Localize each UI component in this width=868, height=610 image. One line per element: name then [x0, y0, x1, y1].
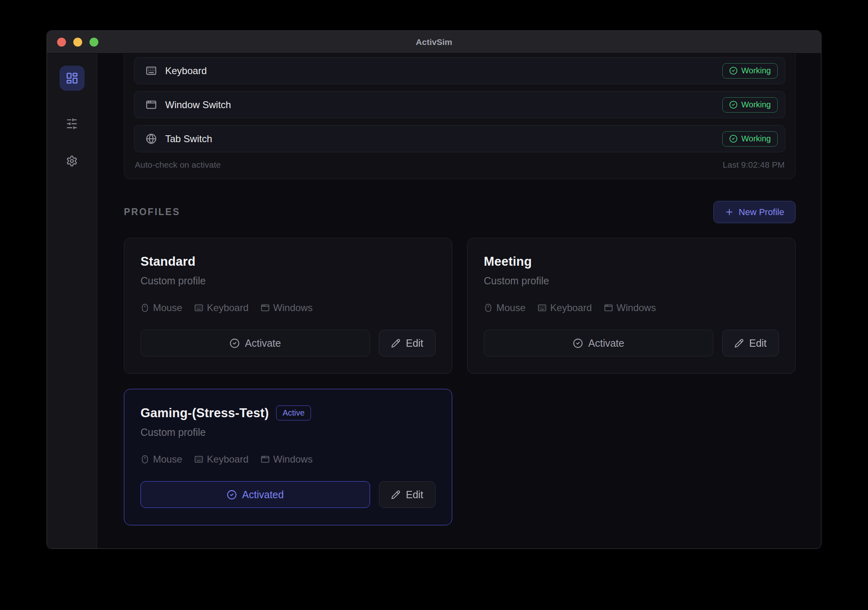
activate-button[interactable]: Activate — [484, 330, 713, 356]
feature-mouse: Mouse — [140, 302, 182, 314]
app-window-icon — [261, 303, 270, 312]
status-row-window-switch: Window Switch Working — [134, 91, 785, 118]
pencil-icon — [734, 339, 744, 348]
traffic-lights — [57, 31, 98, 53]
keyboard-icon — [538, 303, 547, 312]
app-window-icon — [146, 99, 157, 110]
feature-label: Keyboard — [550, 302, 592, 314]
keyboard-icon — [194, 303, 203, 312]
app-window-icon — [604, 303, 613, 312]
profile-actions: Activate Edit — [140, 330, 436, 356]
profile-subtitle: Custom profile — [140, 275, 436, 287]
activate-button[interactable]: Activate — [140, 330, 370, 356]
plus-icon — [725, 207, 734, 217]
feature-keyboard: Keyboard — [194, 454, 249, 465]
profile-card-standard: Standard Custom profile Mouse Keyboard — [124, 238, 452, 374]
mouse-icon — [140, 455, 149, 464]
status-badge-label: Working — [741, 66, 771, 75]
feature-label: Windows — [273, 302, 313, 314]
activated-button[interactable]: Activated — [140, 481, 370, 508]
profiles-grid: Standard Custom profile Mouse Keyboard — [124, 238, 796, 525]
profile-card-gaming-stress-test: Gaming-(Stress-Test) Active Custom profi… — [124, 389, 452, 525]
status-row-label: Tab Switch — [165, 133, 212, 145]
status-row-tab-switch: Tab Switch Working — [134, 125, 785, 152]
edit-button[interactable]: Edit — [379, 330, 436, 356]
window-title: ActivSim — [416, 37, 452, 47]
profile-actions: Activate Edit — [484, 330, 779, 356]
profile-title-row: Gaming-(Stress-Test) Active — [140, 405, 436, 420]
pencil-icon — [391, 490, 400, 499]
check-circle-icon — [573, 338, 583, 348]
last-check-timestamp: Last 9:02:48 PM — [723, 160, 785, 170]
sidebar-item-settings[interactable] — [60, 148, 85, 173]
profile-title: Meeting — [484, 254, 532, 269]
keyboard-icon — [194, 455, 203, 464]
check-circle-icon — [729, 134, 738, 143]
profile-features: Mouse Keyboard Windows — [484, 302, 779, 314]
status-row-keyboard: Keyboard Working — [134, 57, 785, 84]
check-circle-icon — [230, 338, 240, 348]
layout-dashboard-icon — [66, 72, 79, 85]
status-badge-label: Working — [741, 100, 771, 109]
desktop-background: ActivSim — [0, 0, 868, 610]
zoom-window-button[interactable] — [89, 38, 98, 47]
check-circle-icon — [729, 66, 738, 75]
status-badge: Working — [722, 97, 778, 113]
main-content: Keyboard Working Window Switch — [97, 53, 821, 548]
edit-button-label: Edit — [406, 489, 423, 501]
auto-check-note: Auto-check on activate — [135, 160, 221, 170]
new-profile-button-label: New Profile — [739, 207, 784, 218]
feature-mouse: Mouse — [484, 302, 525, 314]
minimize-window-button[interactable] — [73, 38, 82, 47]
app-window: ActivSim — [47, 30, 821, 549]
feature-windows: Windows — [261, 454, 313, 465]
profile-title-row: Standard — [140, 254, 436, 269]
edit-button[interactable]: Edit — [722, 330, 779, 356]
status-row-label: Window Switch — [165, 99, 231, 111]
feature-label: Mouse — [153, 454, 182, 465]
profile-actions: Activated Edit — [140, 481, 436, 508]
status-footer: Auto-check on activate Last 9:02:48 PM — [134, 160, 785, 170]
feature-mouse: Mouse — [140, 454, 182, 465]
profile-title: Standard — [140, 254, 196, 269]
app-window-icon — [261, 455, 270, 464]
status-badge-label: Working — [741, 134, 771, 143]
status-badge: Working — [722, 131, 778, 147]
edit-button-label: Edit — [749, 337, 766, 349]
profile-title-row: Meeting — [484, 254, 779, 269]
feature-keyboard: Keyboard — [538, 302, 592, 314]
sidebar — [47, 53, 97, 548]
status-check-card: Keyboard Working Window Switch — [124, 53, 796, 179]
titlebar[interactable]: ActivSim — [47, 31, 821, 53]
feature-keyboard: Keyboard — [194, 302, 249, 314]
gear-icon — [66, 155, 78, 167]
profile-card-meeting: Meeting Custom profile Mouse Keyboard — [467, 238, 796, 374]
status-badge: Working — [722, 63, 778, 79]
feature-windows: Windows — [261, 302, 313, 314]
profile-features: Mouse Keyboard Windows — [140, 454, 436, 465]
active-badge: Active — [276, 405, 311, 420]
sidebar-item-controls[interactable] — [60, 111, 85, 136]
sliders-icon — [66, 118, 78, 130]
sidebar-item-dashboard[interactable] — [60, 66, 85, 91]
feature-label: Mouse — [496, 302, 525, 314]
feature-label: Windows — [273, 454, 313, 465]
check-circle-icon — [227, 490, 237, 500]
activated-button-label: Activated — [242, 489, 284, 501]
new-profile-button[interactable]: New Profile — [713, 201, 796, 223]
close-window-button[interactable] — [57, 38, 66, 47]
profiles-section-title: PROFILES — [124, 207, 180, 218]
globe-icon — [146, 133, 157, 144]
profile-features: Mouse Keyboard Windows — [140, 302, 436, 314]
mouse-icon — [140, 303, 149, 312]
feature-label: Keyboard — [207, 302, 249, 314]
profiles-grid-empty-cell — [467, 389, 796, 525]
keyboard-icon — [146, 65, 157, 76]
edit-button-label: Edit — [406, 337, 423, 349]
profiles-header: PROFILES New Profile — [124, 201, 796, 223]
feature-windows: Windows — [604, 302, 656, 314]
edit-button[interactable]: Edit — [379, 481, 436, 508]
profile-subtitle: Custom profile — [484, 275, 779, 287]
mouse-icon — [484, 303, 493, 312]
status-row-label: Keyboard — [165, 65, 207, 77]
